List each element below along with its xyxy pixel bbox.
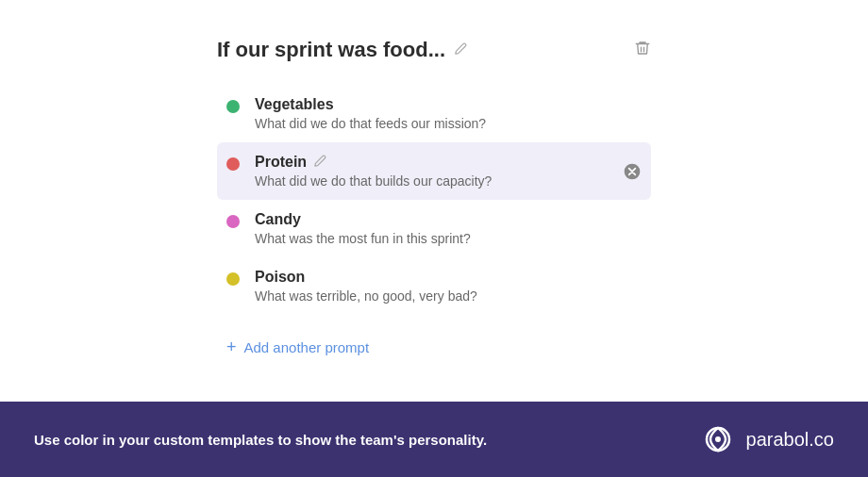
prompt-desc-poison: What was terrible, no good, very bad? <box>255 288 642 304</box>
footer-logo-text: parabol.co <box>746 429 834 451</box>
main-content: If our sprint was food... <box>0 0 868 402</box>
title-edit-icon[interactable] <box>455 41 467 58</box>
parabol-logo-icon <box>699 420 737 458</box>
prompt-content-vegetables: Vegetables What did we do that feeds our… <box>255 96 642 131</box>
add-prompt-label: Add another prompt <box>244 339 370 355</box>
prompt-content-candy: Candy What was the most fun in this spri… <box>255 211 642 246</box>
prompt-edit-icon-protein[interactable] <box>314 155 326 170</box>
footer-text: Use color in your custom templates to sh… <box>34 432 487 448</box>
prompt-item-protein: Protein What did we do that builds our c… <box>217 142 651 200</box>
prompt-content-protein: Protein What did we do that builds our c… <box>255 154 642 189</box>
prompt-item-vegetables: Vegetables What did we do that feeds our… <box>217 85 651 142</box>
prompt-name-candy: Candy <box>255 211 642 228</box>
card-header: If our sprint was food... <box>217 38 651 62</box>
svg-point-1 <box>715 436 721 442</box>
remove-icon-protein[interactable] <box>623 162 642 181</box>
footer: Use color in your custom templates to sh… <box>0 402 868 477</box>
prompt-name-protein: Protein <box>255 154 642 171</box>
prompt-item-candy: Candy What was the most fun in this spri… <box>217 200 651 257</box>
card: If our sprint was food... <box>217 38 651 365</box>
card-title-group: If our sprint was food... <box>217 38 467 62</box>
add-prompt-button[interactable]: + Add another prompt <box>217 330 651 365</box>
footer-logo: parabol.co <box>699 420 834 458</box>
dot-candy <box>226 215 240 228</box>
prompt-desc-vegetables: What did we do that feeds our mission? <box>255 116 642 131</box>
delete-icon[interactable] <box>634 40 651 61</box>
prompt-item-poison: Poison What was terrible, no good, very … <box>217 257 651 315</box>
prompt-list: Vegetables What did we do that feeds our… <box>217 85 651 315</box>
prompt-name-poison: Poison <box>255 269 642 286</box>
dot-poison <box>226 272 240 286</box>
prompt-desc-protein: What did we do that builds our capacity? <box>255 173 642 189</box>
prompt-desc-candy: What was the most fun in this sprint? <box>255 231 642 246</box>
dot-protein <box>226 157 240 171</box>
card-title: If our sprint was food... <box>217 38 445 62</box>
prompt-content-poison: Poison What was terrible, no good, very … <box>255 269 642 304</box>
dot-vegetables <box>226 100 240 113</box>
prompt-name-vegetables: Vegetables <box>255 96 642 113</box>
add-plus-icon: + <box>226 337 237 357</box>
